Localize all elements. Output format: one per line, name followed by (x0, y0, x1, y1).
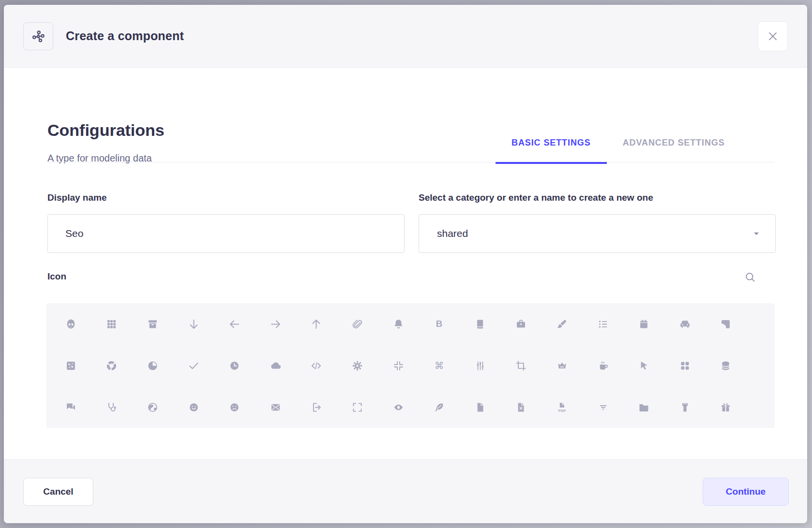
emotion-happy-icon[interactable] (173, 386, 214, 428)
arrow-right-icon[interactable] (255, 303, 296, 345)
bold-icon[interactable]: B (419, 303, 460, 345)
exit-icon[interactable] (296, 386, 337, 428)
arrow-up-icon[interactable] (296, 303, 337, 345)
chart-circle-icon[interactable] (91, 345, 133, 386)
car-icon[interactable] (664, 303, 706, 345)
search-icon[interactable] (740, 267, 760, 287)
earth-icon[interactable] (132, 386, 173, 428)
dashboard-icon[interactable] (664, 345, 706, 386)
command-icon[interactable]: ⌘ (419, 345, 460, 386)
discuss-icon[interactable] (50, 386, 91, 428)
display-name-label: Display name (47, 192, 107, 203)
dialog-title: Create a component (66, 29, 184, 43)
brush-icon[interactable] (541, 303, 583, 345)
icon-picker-grid: B⌘PDF (46, 303, 775, 428)
file-error-icon[interactable] (501, 386, 542, 428)
create-component-dialog: Create a component Configurations A type… (4, 5, 807, 523)
book-icon[interactable] (460, 303, 501, 345)
gate-icon[interactable] (664, 386, 706, 428)
svg-text:B: B (436, 319, 442, 329)
feather-icon[interactable] (419, 386, 460, 428)
cancel-button[interactable]: Cancel (23, 478, 93, 506)
code-icon[interactable] (296, 345, 337, 386)
close-icon[interactable] (758, 21, 788, 51)
svg-text:⌘: ⌘ (435, 360, 444, 371)
file-icon[interactable] (460, 386, 501, 428)
chart-pie-icon[interactable] (132, 345, 173, 386)
arrow-down-icon[interactable] (173, 303, 214, 345)
cursor-icon[interactable] (623, 345, 664, 386)
collapse-icon[interactable] (378, 345, 419, 386)
page-title: Configurations (47, 121, 165, 140)
emotion-unhappy-icon[interactable] (214, 386, 255, 428)
arrow-left-icon[interactable] (214, 303, 255, 345)
chevron-down-icon (751, 228, 762, 239)
category-label: Select a category or enter a name to cre… (419, 192, 653, 203)
briefcase-icon[interactable] (501, 303, 542, 345)
category-select[interactable]: shared (419, 214, 776, 253)
file-pdf-icon[interactable]: PDF (541, 386, 583, 428)
apps-icon[interactable] (91, 303, 133, 345)
crown-icon[interactable] (541, 345, 583, 386)
connector-icon[interactable] (460, 345, 501, 386)
svg-text:PDF: PDF (558, 408, 566, 412)
display-name-field-box (47, 214, 405, 253)
tab-advanced-settings[interactable]: ADVANCED SETTINGS (607, 123, 741, 164)
clock-icon[interactable] (214, 345, 255, 386)
chart-bubble-icon[interactable] (50, 345, 91, 386)
calendar-icon[interactable] (623, 303, 664, 345)
dialog-header: Create a component (4, 5, 807, 68)
display-name-input[interactable] (48, 215, 404, 252)
cast-icon[interactable] (706, 303, 747, 345)
bell-icon[interactable] (378, 303, 419, 345)
icon-section-label: Icon (47, 271, 66, 282)
cog-icon[interactable] (337, 345, 378, 386)
component-icon (23, 22, 53, 50)
eye-icon[interactable] (378, 386, 419, 428)
category-selected-value: shared (419, 228, 468, 239)
archive-icon[interactable] (132, 303, 173, 345)
database-icon[interactable] (706, 345, 747, 386)
expand-icon[interactable] (337, 386, 378, 428)
bullet-list-icon[interactable] (583, 303, 624, 345)
alien-icon[interactable] (50, 303, 91, 345)
gift-icon[interactable] (706, 386, 747, 428)
folder-icon[interactable] (623, 386, 664, 428)
check-icon[interactable] (173, 345, 214, 386)
settings-tabs: BASIC SETTINGS ADVANCED SETTINGS (496, 123, 741, 164)
dialog-footer: Cancel Continue (4, 459, 807, 523)
continue-button[interactable]: Continue (703, 478, 789, 506)
cloud-icon[interactable] (255, 345, 296, 386)
crop-icon[interactable] (501, 345, 542, 386)
attachment-icon[interactable] (337, 303, 378, 345)
filter-icon[interactable] (583, 386, 624, 428)
envelope-icon[interactable] (255, 386, 296, 428)
doctor-icon[interactable] (91, 386, 133, 428)
tab-basic-settings[interactable]: BASIC SETTINGS (496, 123, 607, 164)
cup-icon[interactable] (583, 345, 624, 386)
